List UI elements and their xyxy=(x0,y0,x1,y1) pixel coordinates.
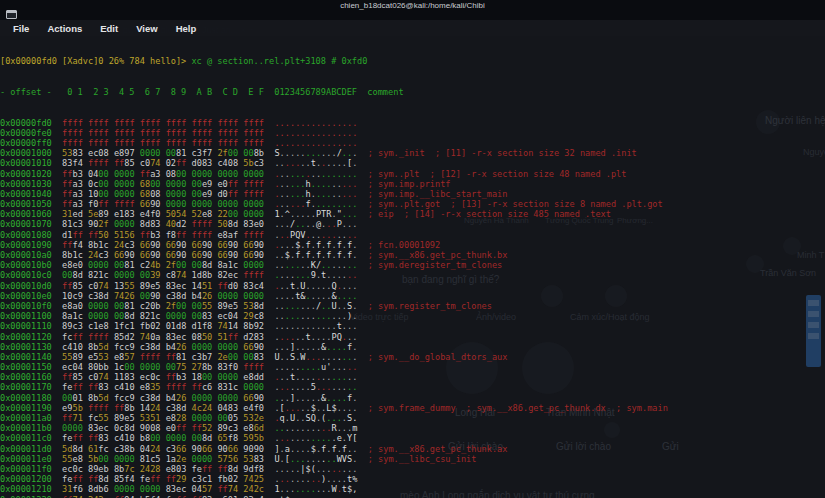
hex-row: 0x00001190 e95b ffff ff8b 1424 c38d 4c24… xyxy=(0,403,825,413)
hex-row: 0x00000fe0 ffff ffff ffff ffff ffff ffff… xyxy=(0,128,825,138)
hex-row: 0x00001040 ffa3 1000 0000 6808 0000 00e9… xyxy=(0,189,825,199)
menu-edit[interactable]: Edit xyxy=(91,23,127,34)
hex-header: - offset - 0 1 2 3 4 5 6 7 8 9 A B C D E… xyxy=(0,87,825,97)
hex-row: 0x000011d0 5d8d 61fc c38b 0424 c366 9066… xyxy=(0,444,825,454)
hex-row: 0x00000fd0 ffff ffff ffff ffff ffff ffff… xyxy=(0,118,825,128)
hex-row: 0x000010a0 8b1c 24c3 6690 6690 6690 6690… xyxy=(0,250,825,260)
r2-prompt-line: [0x00000fd0 [Xadvc]0 26% 784 hello]> xc … xyxy=(0,56,825,66)
hex-row: 0x00001000 5383 ec08 e897 0000 0081 c3f7… xyxy=(0,148,825,158)
menu-view[interactable]: View xyxy=(127,23,166,34)
hex-row: 0x00001150 ec04 80bb 1c00 0000 0075 278b… xyxy=(0,362,825,372)
hex-dump: 0x00000fd0 ffff ffff ffff ffff ffff ffff… xyxy=(0,118,825,498)
hex-row: 0x000011b0 0000 83ec 0c8d 9008 e0ff ff52… xyxy=(0,423,825,433)
hex-row: 0x000011c0 feff ff83 c410 b800 0000 008d… xyxy=(0,433,825,443)
hex-row: 0x00001170 feff ff83 c410 e835 ffff ffc6… xyxy=(0,382,825,392)
hex-row: 0x00001020 ffb3 0400 0000 ffa3 0800 0000… xyxy=(0,169,825,179)
menu-bar: FileActionsEditViewHelp xyxy=(0,20,825,36)
hex-row: 0x00001210 31f6 8db6 0000 0000 83ec 0457… xyxy=(0,484,825,494)
hex-row: 0x00001010 83f4 ffff ff85 c074 02ff d083… xyxy=(0,158,825,168)
window-title: chien_b18dcat026@kali:/home/kali/Chibi xyxy=(0,1,825,10)
hex-row: 0x00001160 ff85 c074 1183 ec0c ffb3 1800… xyxy=(0,372,825,382)
hex-row: 0x000010f0 e8a0 0000 0081 c20b 2f00 0055… xyxy=(0,301,825,311)
hex-row: 0x000010e0 10c9 c38d 7426 0090 c38d b426… xyxy=(0,291,825,301)
hex-row: 0x00001200 feff ff8d 85f4 feff ff29 c3c1… xyxy=(0,474,825,484)
hex-row: 0x00001090 fff4 8b1c 24c3 6690 6690 6690… xyxy=(0,240,825,250)
hex-row: 0x00000ff0 ffff ffff ffff ffff ffff ffff… xyxy=(0,138,825,148)
desktop-screen: pwnme.viblo.asia – Just an... × +Người l… xyxy=(0,0,825,498)
menu-help[interactable]: Help xyxy=(167,23,206,34)
hex-row: 0x000010c0 008d 821c 0000 0039 c874 1d8b… xyxy=(0,270,825,280)
menu-file[interactable]: File xyxy=(4,23,38,34)
terminal-icon xyxy=(6,10,17,19)
hex-row: 0x00001110 89c3 c1e8 1fc1 fb02 01d8 d1f8… xyxy=(0,321,825,331)
hex-row: 0x00001060 31ed 5e89 e183 e4f0 5054 52e8… xyxy=(0,209,825,219)
hex-row: 0x00001120 fcff ffff 85d2 740a 83ec 0850… xyxy=(0,332,825,342)
hex-row: 0x00001180 0001 8b5d fcc9 c38d b426 0000… xyxy=(0,393,825,403)
hex-row: 0x000011e0 55e8 5b00 0000 81c5 1a2e 0000… xyxy=(0,454,825,464)
hex-row: 0x00001220 ff74 242c ff94 b5f4 feff ff83… xyxy=(0,495,825,498)
hex-row: 0x000011f0 ec0c 89eb 8b7c 2428 e803 feff… xyxy=(0,464,825,474)
r2-prompt: [0x00000fd0 [Xadvc]0 26% 784 hello]> xyxy=(0,56,191,66)
hex-row: 0x00001130 c410 8b5d fcc9 c38d b426 0000… xyxy=(0,342,825,352)
hex-row: 0x000010d0 ff85 c074 1355 89e5 83ec 1451… xyxy=(0,281,825,291)
hex-row: 0x000010b0 e8e0 0000 0081 c24b 2f00 008d… xyxy=(0,260,825,270)
window-titlebar[interactable]: chien_b18dcat026@kali:/home/kali/Chibi xyxy=(0,0,825,20)
hex-row: 0x00001080 d1ff ff50 5156 ffb3 f8ff ffff… xyxy=(0,230,825,240)
menu-actions[interactable]: Actions xyxy=(38,23,91,34)
hex-row: 0x000011a0 ff71 fc55 89e5 5351 e828 0000… xyxy=(0,413,825,423)
hex-row: 0x00001070 81c3 902f 0000 8d83 40d2 ffff… xyxy=(0,219,825,229)
hex-row: 0x00001140 5589 e553 e857 ffff ff81 c3b7… xyxy=(0,352,825,362)
hex-row: 0x00001030 ffa3 0c00 0000 6800 0000 00e9… xyxy=(0,179,825,189)
r2-terminal[interactable]: [0x00000fd0 [Xadvc]0 26% 784 hello]> xc … xyxy=(0,36,825,498)
hex-row: 0x00001100 8a1c 0000 008d 821c 0000 0083… xyxy=(0,311,825,321)
hex-row: 0x00001050 ffa3 f0ff ffff 6690 0000 0000… xyxy=(0,199,825,209)
r2-command: xc @ section..rel.plt+3108 # 0xfd0 xyxy=(191,56,367,66)
